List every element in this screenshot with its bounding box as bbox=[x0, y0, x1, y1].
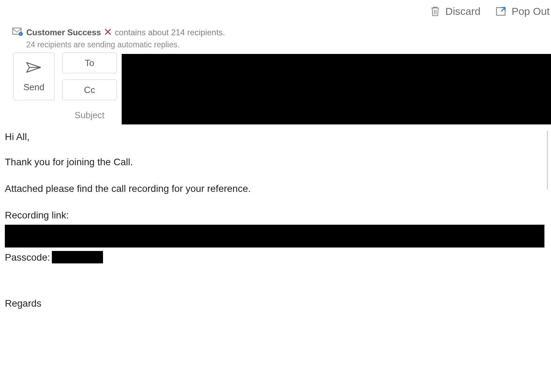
cc-label: Cc bbox=[84, 85, 95, 95]
redacted-recording-link[interactable] bbox=[5, 225, 544, 248]
message-body[interactable]: Hi All, Thank you for joining the Call. … bbox=[5, 131, 548, 392]
remove-group-icon[interactable] bbox=[104, 28, 111, 37]
redacted-recipient-fields[interactable] bbox=[122, 54, 551, 124]
recording-link-label: Recording link: bbox=[5, 209, 548, 221]
command-bar-right: Discard Pop Out bbox=[430, 6, 551, 17]
svg-text:i: i bbox=[20, 32, 21, 36]
popout-icon bbox=[496, 6, 507, 17]
cc-button[interactable]: Cc bbox=[62, 80, 117, 100]
send-button[interactable]: Send bbox=[13, 53, 55, 100]
body-greeting: Hi All, bbox=[5, 131, 548, 143]
subject-label: Subject bbox=[62, 110, 117, 121]
to-label: To bbox=[85, 58, 94, 68]
body-line-1: Thank you for joining the Call. bbox=[5, 156, 548, 168]
recipients-summary-suffix: contains about 214 recipients. bbox=[115, 28, 225, 37]
send-label: Send bbox=[24, 82, 45, 93]
popout-button[interactable]: Pop Out bbox=[496, 6, 550, 17]
command-bar: Discard Pop Out bbox=[0, 0, 551, 25]
trash-icon bbox=[430, 6, 440, 17]
to-button[interactable]: To bbox=[62, 53, 117, 73]
body-line-2: Attached please find the call recording … bbox=[5, 183, 548, 195]
scrollbar-thumb[interactable] bbox=[547, 131, 548, 189]
recipient-group-name: Customer Success bbox=[26, 28, 101, 37]
auto-reply-notice: 24 recipients are sending automatic repl… bbox=[26, 40, 180, 49]
redacted-passcode bbox=[52, 251, 103, 263]
recipients-summary-row: i Customer Success contains about 214 re… bbox=[12, 27, 225, 38]
discard-button[interactable]: Discard bbox=[430, 6, 480, 17]
passcode-label: Passcode: bbox=[5, 251, 50, 263]
body-signoff: Regards bbox=[5, 297, 548, 309]
mailtip-icon: i bbox=[12, 27, 23, 38]
send-icon bbox=[25, 60, 43, 76]
discard-label: Discard bbox=[445, 6, 480, 17]
popout-label: Pop Out bbox=[512, 6, 550, 17]
